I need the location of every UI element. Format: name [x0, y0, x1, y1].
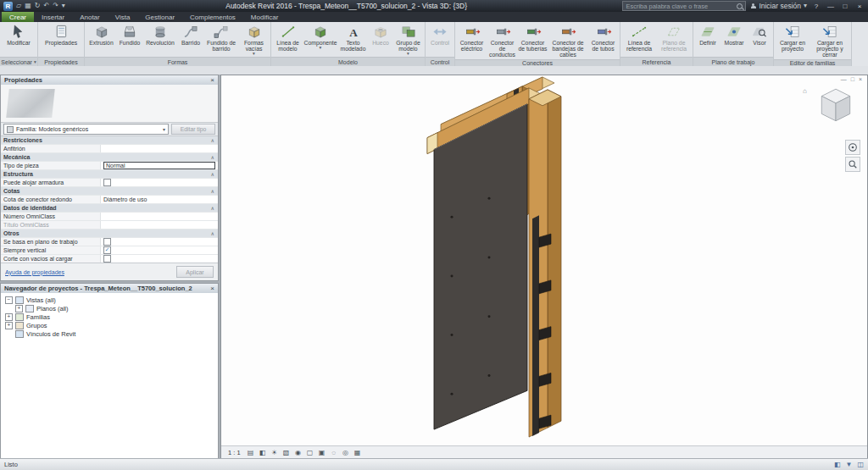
expander-icon[interactable]: +	[5, 322, 13, 329]
temporary-hide-icon[interactable]: ◌	[329, 448, 339, 457]
panel-label-referencia[interactable]: Referencia	[620, 57, 693, 66]
checkbox[interactable]	[103, 179, 111, 186]
plano-de-referencia-button[interactable]: Plano de referencia	[657, 23, 691, 56]
drawing-area[interactable]: — □ × ⌂ 1 : 1 ▤ ◧ ☀ ▧ ◉	[220, 75, 868, 459]
search-icon[interactable]	[737, 3, 743, 9]
formas-vacias-button[interactable]: Formas vacías ▾	[239, 23, 269, 56]
properties-header[interactable]: Propiedades ×	[1, 75, 218, 85]
tab-insertar[interactable]: Insertar	[34, 12, 72, 22]
detail-level-icon[interactable]: ▤	[246, 448, 256, 457]
design-options-icon[interactable]: ◧	[834, 461, 841, 468]
qat-more-icon[interactable]: ▾	[62, 3, 65, 9]
render-icon[interactable]: ◉	[293, 448, 303, 457]
visual-style-icon[interactable]: ◧	[258, 448, 268, 457]
tab-anotar[interactable]: Anotar	[72, 12, 108, 22]
revit-logo-button[interactable]: R	[3, 2, 13, 11]
apply-button[interactable]: Aplicar	[176, 266, 214, 278]
mostrar-button[interactable]: Mostrar	[721, 23, 747, 56]
cargar-en-proyecto-y-cerrar-button[interactable]: Cargar en proyecto y cerrar	[810, 23, 849, 58]
help-button[interactable]: ?	[811, 3, 821, 10]
prop-value[interactable]	[101, 221, 218, 229]
selection-toggle-icon[interactable]: ◫	[857, 461, 864, 468]
view-minimize-button[interactable]: —	[841, 76, 847, 82]
sign-in-button[interactable]: Iniciar sesión ▾	[750, 2, 807, 10]
crop-view-icon[interactable]: ▢	[305, 448, 315, 457]
locked-3d-icon[interactable]: ▦	[353, 448, 363, 457]
prop-value[interactable]: Diámetro de uso	[101, 196, 218, 203]
properties-button[interactable]: Propiedades	[40, 23, 82, 56]
expander-icon[interactable]: +	[5, 313, 13, 321]
sun-path-icon[interactable]: ☀	[270, 448, 280, 457]
properties-help-link[interactable]: Ayuda de propiedades	[5, 269, 64, 275]
reveal-hidden-icon[interactable]: ◎	[341, 448, 351, 457]
expander-icon[interactable]: −	[5, 296, 13, 304]
infocenter-searchbox[interactable]	[622, 1, 746, 11]
close-icon[interactable]: ×	[210, 285, 214, 292]
panel-label-formas[interactable]: Formas	[85, 57, 270, 66]
restore-button[interactable]: □	[840, 3, 850, 10]
panel-label-seleccionar[interactable]: Seleccionar▾	[0, 57, 37, 66]
prop-value[interactable]	[101, 213, 218, 220]
view-restore-button[interactable]: □	[851, 76, 854, 82]
tree-item-vistas[interactable]: − Vistas (all)	[1, 296, 218, 304]
viewcube-cube[interactable]	[816, 86, 855, 126]
panel-label-modelo[interactable]: Modelo	[271, 57, 425, 66]
section-otros[interactable]: Otros∧	[1, 229, 218, 238]
steering-wheel-button[interactable]	[845, 140, 860, 155]
extrusion-button[interactable]: Extrusión	[86, 23, 116, 56]
tree-item-planos[interactable]: + Planos (all)	[1, 304, 218, 312]
tree-item-vinculos[interactable]: Vínculos de Revit	[1, 329, 218, 338]
project-browser-header[interactable]: Navegador de proyectos - Trespa_Meteon__…	[1, 284, 218, 293]
section-restricciones[interactable]: Restricciones∧	[1, 136, 218, 145]
crop-region-icon[interactable]: ▣	[317, 448, 327, 457]
zoom-button[interactable]	[845, 157, 860, 172]
fundido-de-barrido-button[interactable]: Fundido de barrido	[204, 23, 238, 56]
minimize-button[interactable]: —	[826, 3, 836, 10]
edit-type-button[interactable]: Editar tipo	[171, 124, 215, 135]
tree-item-grupos[interactable]: + Grupos	[1, 321, 218, 329]
section-mecanica[interactable]: Mecánica∧	[1, 153, 218, 162]
panel-label-plano-de-trabajo[interactable]: Plano de trabajo	[693, 57, 773, 66]
barrido-button[interactable]: Barrido	[178, 23, 203, 56]
type-selector[interactable]: Familia: Modelos genéricos ▾	[3, 124, 169, 135]
redo-icon[interactable]: ↷	[53, 3, 58, 9]
expander-icon[interactable]: +	[15, 305, 23, 312]
conector-conductos-button[interactable]: Conector de conductos	[487, 23, 517, 58]
filter-icon[interactable]: ▼	[846, 461, 853, 468]
prop-value[interactable]	[101, 145, 218, 152]
tab-vista[interactable]: Vista	[108, 12, 138, 22]
tab-modificar[interactable]: Modificar	[243, 12, 286, 22]
revolucion-button[interactable]: Revolución	[143, 23, 177, 56]
open-icon[interactable]: ▱	[16, 3, 21, 9]
tab-complementos[interactable]: Complementos	[182, 12, 243, 22]
linea-de-modelo-button[interactable]: Línea de modelo	[273, 23, 303, 56]
checkbox[interactable]	[103, 255, 111, 263]
tipo-de-pieza-input[interactable]: Normal	[103, 162, 215, 169]
undo-icon[interactable]: ↶	[43, 3, 49, 9]
conector-tuberias-button[interactable]: Conector de tuberías	[518, 23, 548, 58]
control-button[interactable]: Control	[427, 23, 453, 56]
section-cotas[interactable]: Cotas∧	[1, 187, 218, 196]
fundido-button[interactable]: Fundido	[117, 23, 142, 56]
view-close-button[interactable]: ×	[859, 76, 862, 82]
tab-crear[interactable]: Crear	[2, 12, 34, 22]
sync-icon[interactable]: ↻	[35, 3, 41, 9]
visor-button[interactable]: Visor	[748, 23, 771, 56]
home-icon[interactable]: ⌂	[803, 87, 807, 95]
viewcube[interactable]: ⌂	[806, 86, 855, 126]
tree-item-familias[interactable]: + Familias	[1, 312, 218, 321]
panel-label-editor-de-familias[interactable]: Editor de familias	[774, 59, 851, 66]
shadows-icon[interactable]: ▧	[281, 448, 292, 457]
grupo-de-modelo-button[interactable]: Grupo de modelo ▾	[393, 23, 423, 56]
close-button[interactable]: ×	[854, 3, 865, 10]
conector-electrico-button[interactable]: Conector eléctrico	[457, 23, 487, 58]
scale-button[interactable]: 1 : 1	[225, 448, 244, 457]
section-estructura[interactable]: Estructura∧	[1, 170, 218, 179]
conector-tubos-button[interactable]: Conector de tubos	[588, 23, 618, 58]
linea-de-referencia-button[interactable]: Línea de referencia	[622, 23, 656, 56]
checkbox[interactable]	[103, 238, 111, 246]
tab-gestionar[interactable]: Gestionar	[137, 12, 182, 22]
close-icon[interactable]: ×	[210, 76, 214, 84]
hueco-button[interactable]: Hueco	[369, 23, 392, 56]
definir-button[interactable]: Definir	[695, 23, 721, 56]
